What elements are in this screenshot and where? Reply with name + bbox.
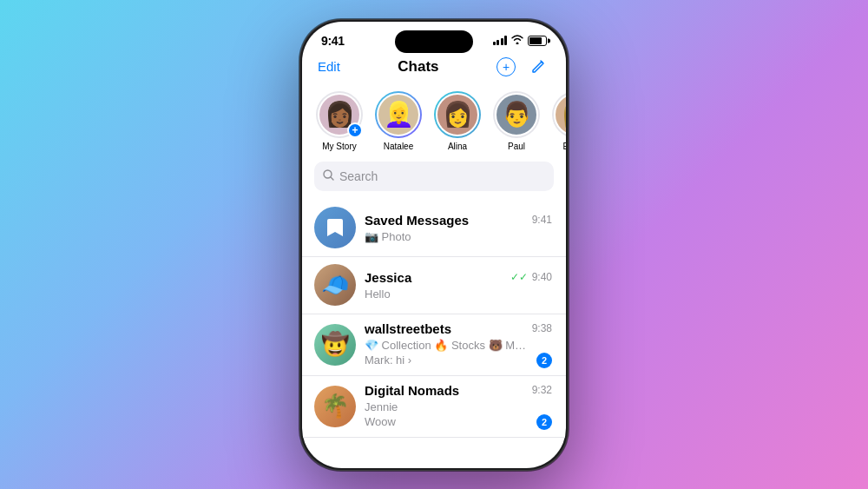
wsb-unread-badge: 2 [536,353,552,368]
jessica-preview: Hello [365,287,391,301]
story-item-alina[interactable]: 👩 Alina [434,91,481,151]
nomads-name: Digital Nomads [365,383,459,398]
search-icon [323,169,334,183]
read-check-icon: ✓✓ [510,271,528,283]
wsb-time: 9:38 [532,322,552,334]
chat-item-wallstreetbets[interactable]: 🤠 wallstreetbets 9:38 💎 Collection 🔥 Sto… [302,314,566,376]
page-title: Chats [398,58,438,76]
nav-bar: Edit Chats + [302,51,566,86]
phone-screen: 9:41 [302,22,566,468]
chat-list: Saved Messages 9:41 📷 Photo 🧢 Jessica [302,200,566,468]
search-bar[interactable]: Search [314,162,554,191]
jessica-avatar: 🧢 [314,264,356,306]
saved-messages-content: Saved Messages 9:41 📷 Photo [365,213,552,243]
saved-messages-name: Saved Messages [365,213,469,228]
wsb-avatar: 🤠 [314,324,356,366]
stories-row: 👩🏾 + My Story 👱‍♀️ Natalee [302,86,566,162]
phone-frame: 9:41 [299,19,569,471]
story-item-emma[interactable]: 👩🏼 Emma [552,91,566,151]
chat-item-saved[interactable]: Saved Messages 9:41 📷 Photo [302,200,566,257]
nomads-content: Digital Nomads 9:32 Jennie Woow 2 [365,383,552,430]
story-name-alina: Alina [448,142,467,151]
story-name-natalee: Natalee [384,142,413,151]
nomads-preview-line2: Woow [365,415,396,428]
search-placeholder: Search [339,169,378,183]
story-item-paul[interactable]: 👨 Paul [493,91,540,151]
saved-messages-avatar [314,207,356,248]
status-icons [493,35,548,47]
saved-messages-time: 9:41 [532,214,552,226]
nomads-unread-badge: 2 [536,414,552,430]
jessica-name: Jessica [365,270,411,285]
story-name-paul: Paul [508,142,525,151]
story-item-my-story[interactable]: 👩🏾 + My Story [316,91,363,151]
nav-icons: + [496,55,550,79]
wsb-preview-line2: Mark: hi › [365,354,411,367]
wsb-preview-line1: 💎 Collection 🔥 Stocks 🐻 Memes... [365,339,529,352]
nomads-time: 9:32 [532,384,552,396]
add-story-badge: + [347,122,363,138]
my-story-avatar-wrap: 👩🏾 + [316,91,363,138]
chat-item-digital-nomads[interactable]: 🌴 Digital Nomads 9:32 Jennie Woow 2 [302,376,566,438]
story-name-emma: Emma [563,142,566,151]
saved-messages-preview: 📷 Photo [365,230,411,243]
story-name-my-story: My Story [322,142,356,151]
dynamic-island [395,30,473,53]
jessica-content: Jessica ✓✓ 9:40 Hello [365,270,552,301]
wifi-icon [511,35,523,47]
wsb-content: wallstreetbets 9:38 💎 Collection 🔥 Stock… [365,321,552,368]
jessica-time: 9:40 [532,271,552,283]
add-chat-button[interactable]: + [496,57,516,76]
battery-icon [528,36,547,46]
chat-item-jessica[interactable]: 🧢 Jessica ✓✓ 9:40 Hello [302,257,566,314]
signal-icon [493,36,508,45]
edit-button[interactable]: Edit [318,59,340,74]
compose-button[interactable] [526,55,550,79]
nomads-preview-line1: Jennie [365,400,529,413]
nomads-avatar: 🌴 [314,386,356,427]
wsb-name: wallstreetbets [365,321,451,336]
story-item-natalee[interactable]: 👱‍♀️ Natalee [375,91,422,151]
status-time: 9:41 [321,34,345,48]
